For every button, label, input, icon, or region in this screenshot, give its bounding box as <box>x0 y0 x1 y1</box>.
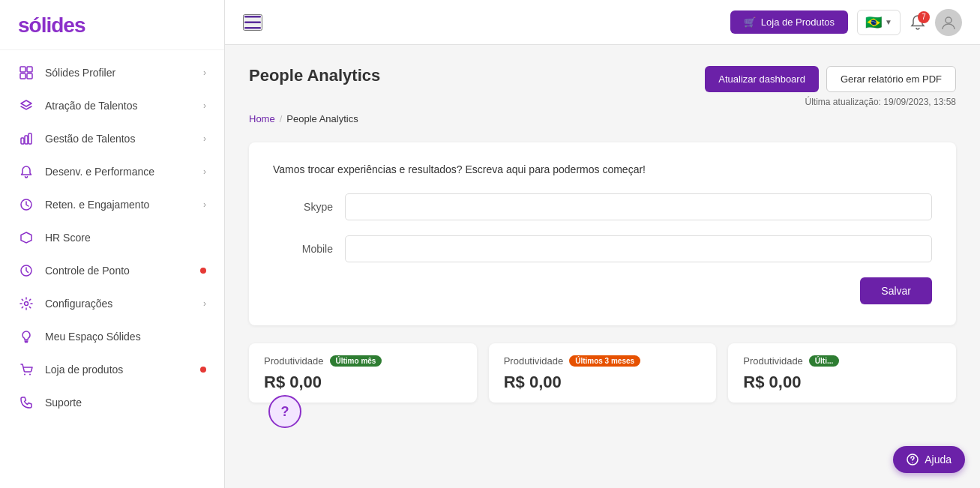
topbar-actions: 🛒 Loja de Produtos 🇧🇷 ▼ 7 <box>730 9 962 36</box>
mobile-input[interactable] <box>345 235 932 262</box>
generate-pdf-button[interactable]: Gerar relatório em PDF <box>826 66 956 92</box>
bell-icon <box>18 163 34 180</box>
breadcrumb-current: People Analytics <box>286 113 358 124</box>
sidebar-item-meu-espaco-label: Meu Espaço Sólides <box>45 331 206 343</box>
sidebar-item-loja[interactable]: Loja de produtos <box>0 353 224 386</box>
svg-rect-13 <box>244 16 261 18</box>
sidebar-item-reten-label: Reten. e Engajamento <box>45 199 203 211</box>
sidebar-item-gestao-label: Gestão de Talentos <box>45 133 203 145</box>
svg-rect-1 <box>27 67 32 72</box>
chevron-right-icon: › <box>203 298 206 309</box>
metrics-row: Produtividade Último mês R$ 0,00 Produti… <box>249 343 956 403</box>
logo: sólides <box>18 13 85 37</box>
metric-card-1-header: Produtividade Último mês <box>264 355 462 367</box>
ajuda-label: Ajuda <box>925 454 952 466</box>
metric-card-2-header: Produtividade Últimos 3 meses <box>504 355 702 367</box>
sidebar-item-hr-score[interactable]: HR Score <box>0 221 224 254</box>
metric-2-badge: Últimos 3 meses <box>569 355 640 367</box>
svg-point-10 <box>25 302 28 306</box>
user-avatar-button[interactable] <box>935 9 962 36</box>
chevron-down-icon: ▼ <box>885 18 892 26</box>
metric-card-2: Produtividade Últimos 3 meses R$ 0,00 <box>489 343 717 403</box>
sidebar-item-desenv[interactable]: Desenv. e Performance › <box>0 155 224 188</box>
contact-card: Vamos trocar experiências e resultados? … <box>249 142 956 325</box>
sidebar-item-controle[interactable]: Controle de Ponto <box>0 254 224 287</box>
chevron-right-icon: › <box>203 166 206 177</box>
bulb-icon <box>18 328 34 345</box>
sidebar-item-suporte-label: Suporte <box>45 397 206 409</box>
metric-card-1: Produtividade Último mês R$ 0,00 <box>249 343 477 403</box>
grid-icon <box>18 64 34 81</box>
skype-row: Skype <box>273 193 932 220</box>
metric-card-3-header: Produtividade Últi... <box>743 355 941 367</box>
sidebar-item-atracao-label: Atração de Talentos <box>45 100 203 112</box>
cart-icon-topbar: 🛒 <box>744 16 756 28</box>
svg-rect-6 <box>28 133 31 144</box>
cart-icon <box>18 361 34 378</box>
sidebar-item-desenv-label: Desenv. e Performance <box>45 166 203 178</box>
hexagon-icon <box>18 229 34 246</box>
page-actions: Atualizar dashboard Gerar relatório em P… <box>705 66 956 107</box>
mobile-row: Mobile <box>273 235 932 262</box>
logo-area: sólides <box>0 0 224 50</box>
mobile-label: Mobile <box>273 243 333 255</box>
svg-point-18 <box>912 463 913 463</box>
notification-button[interactable]: 7 <box>910 14 926 31</box>
metric-2-label: Produtividade <box>504 355 564 367</box>
flag-emoji: 🇧🇷 <box>865 14 882 31</box>
sidebar-item-profiler-label: Sólides Profiler <box>45 67 203 79</box>
sidebar-item-reten[interactable]: Reten. e Engajamento › <box>0 188 224 221</box>
sidebar-item-controle-label: Controle de Ponto <box>45 265 196 277</box>
metric-3-value: R$ 0,00 <box>743 373 801 391</box>
help-bubble[interactable]: ? <box>268 395 301 428</box>
breadcrumb-home[interactable]: Home <box>249 113 275 124</box>
sidebar-item-suporte[interactable]: Suporte <box>0 386 224 419</box>
gear-icon <box>18 295 34 312</box>
main-area: 🛒 Loja de Produtos 🇧🇷 ▼ 7 People Analyti… <box>225 0 980 488</box>
contact-card-title: Vamos trocar experiências e resultados? … <box>273 163 932 175</box>
sidebar-item-profiler[interactable]: Sólides Profiler › <box>0 56 224 89</box>
refresh-icon <box>18 196 34 213</box>
metric-2-value: R$ 0,00 <box>504 373 562 391</box>
chevron-right-icon: › <box>203 67 206 78</box>
svg-marker-8 <box>21 232 31 243</box>
sidebar-item-loja-label: Loja de produtos <box>45 364 196 376</box>
svg-point-16 <box>946 17 952 23</box>
sidebar: sólides Sólides Profiler › Atração de Ta… <box>0 0 225 488</box>
page-action-buttons: Atualizar dashboard Gerar relatório em P… <box>705 66 956 92</box>
page-content: People Analytics Atualizar dashboard Ger… <box>225 45 980 488</box>
sidebar-item-gestao[interactable]: Gestão de Talentos › <box>0 122 224 155</box>
topbar: 🛒 Loja de Produtos 🇧🇷 ▼ 7 <box>225 0 980 45</box>
svg-rect-4 <box>21 138 24 144</box>
shop-button-label: Loja de Produtos <box>761 16 835 28</box>
metric-3-badge: Últi... <box>809 355 839 367</box>
sidebar-item-atracao[interactable]: Atração de Talentos › <box>0 89 224 122</box>
breadcrumb-separator: / <box>280 113 283 124</box>
sidebar-item-hr-score-label: HR Score <box>45 232 206 244</box>
form-actions: Salvar <box>273 277 932 304</box>
menu-toggle-button[interactable] <box>243 14 262 31</box>
svg-rect-0 <box>20 67 25 72</box>
svg-rect-5 <box>25 136 28 144</box>
metric-1-badge: Último mês <box>330 355 382 367</box>
sidebar-item-meu-espaco[interactable]: Meu Espaço Sólides <box>0 320 224 353</box>
red-dot-controle <box>200 268 206 274</box>
ajuda-button[interactable]: Ajuda <box>893 446 965 473</box>
svg-rect-3 <box>27 73 32 79</box>
chevron-right-icon: › <box>203 100 206 111</box>
svg-rect-15 <box>244 27 261 29</box>
notification-badge: 7 <box>918 11 930 23</box>
sidebar-item-config[interactable]: Configurações › <box>0 287 224 320</box>
layers-icon <box>18 97 34 114</box>
save-button[interactable]: Salvar <box>860 277 932 304</box>
svg-point-11 <box>24 374 25 376</box>
page-header: People Analytics Atualizar dashboard Ger… <box>249 66 956 107</box>
language-selector[interactable]: 🇧🇷 ▼ <box>857 10 901 35</box>
bar-chart-icon <box>18 130 34 147</box>
skype-label: Skype <box>273 201 333 213</box>
shop-button[interactable]: 🛒 Loja de Produtos <box>730 10 848 34</box>
skype-input[interactable] <box>345 193 932 220</box>
update-dashboard-button[interactable]: Atualizar dashboard <box>705 66 819 92</box>
metric-card-3: Produtividade Últi... R$ 0,00 <box>728 343 956 403</box>
chevron-right-icon: › <box>203 199 206 210</box>
